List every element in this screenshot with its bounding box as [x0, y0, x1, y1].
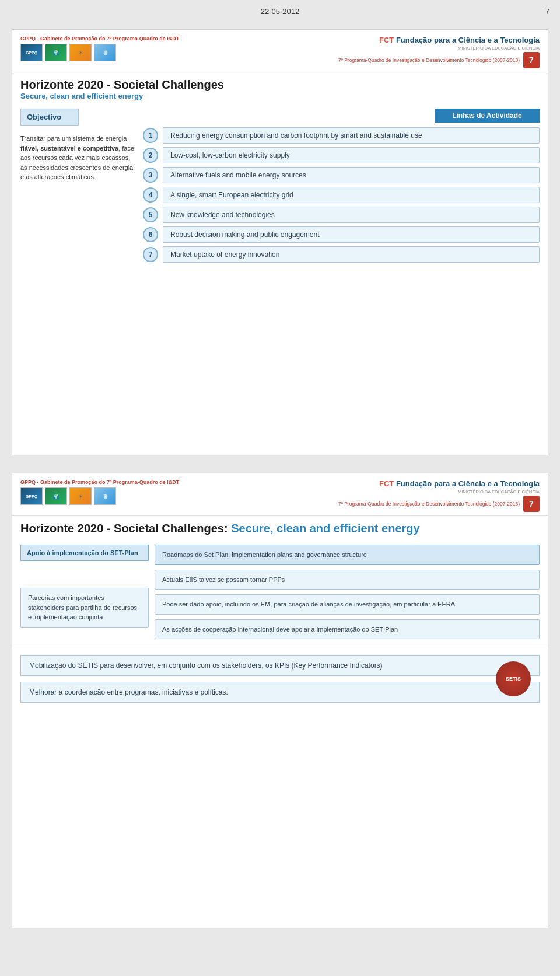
- slide2-fp7-text: 7º Programa-Quadro de Investigação e Des…: [338, 501, 520, 507]
- slide2-left-col: Apoio à implementação do SET-Plan Parcer…: [20, 545, 149, 639]
- slide2-header: GPPQ - Gabinete de Promoção do 7º Progra…: [12, 473, 548, 516]
- wind-logo: 💨: [94, 44, 116, 61]
- activity-label-1: Reducing energy consumption and carbon f…: [163, 127, 540, 144]
- activity-label-3: Alternative fuels and mobile energy sour…: [163, 167, 540, 183]
- fp7-text: 7º Programa-Quadro de Investigação e Des…: [338, 57, 520, 63]
- gppq-label: GPPQ - Gabinete de Promoção do 7º Progra…: [20, 36, 179, 41]
- slide1-left-col: Objectivo Transitar para um sistema de e…: [20, 109, 137, 266]
- activity-label-5: New knowledge and technologies: [163, 207, 540, 223]
- slide1-title-area: Horizonte 2020 - Societal Challenges Sec…: [12, 72, 548, 104]
- activity-row-5: 5 New knowledge and technologies: [143, 207, 540, 223]
- activity-num-2: 2: [143, 148, 158, 163]
- activity-label-7: Market uptake of energy innovation: [163, 246, 540, 263]
- earth-logo: 🌍: [45, 44, 67, 61]
- sun-logo: ☀: [69, 44, 92, 61]
- activity-num-5: 5: [143, 207, 158, 222]
- header-right: FCT Fundação para a Ciência e a Tecnolog…: [185, 36, 540, 68]
- slide2-sun-logo: ☀: [69, 487, 92, 505]
- objectivo-text: Transitar para um sistema de energia fiá…: [20, 134, 137, 182]
- slide2-header-right: FCT Fundação para a Ciência e a Tecnolog…: [185, 479, 540, 512]
- slide1-header: GPPQ - Gabinete de Promoção do 7º Progra…: [12, 30, 548, 72]
- slide2-fp7-number: 7: [523, 496, 540, 512]
- slide2-logo-images: GPPQ 🌍 ☀ 💨: [20, 487, 179, 505]
- slide2-earth-logo: 🌍: [45, 487, 67, 505]
- activity-row-7: 7 Market uptake of energy innovation: [143, 246, 540, 263]
- logo-images: GPPQ 🌍 ☀ 💨: [20, 44, 179, 61]
- apoio-box: Apoio à implementação do SET-Plan: [20, 545, 149, 561]
- slide1-right-col: Linhas de Actividade 1 Reducing energy c…: [143, 109, 540, 266]
- fct-logo: FCT Fundação para a Ciência e a Tecnolog…: [379, 36, 540, 44]
- slide2-right-col: Roadmaps do Set Plan, implementation pla…: [155, 545, 540, 639]
- activity-num-1: 1: [143, 128, 158, 143]
- melhorar-box: Melhorar a coordenação entre programas, …: [20, 682, 540, 703]
- activity-num-4: 4: [143, 187, 158, 203]
- slide-1: GPPQ - Gabinete de Promoção do 7º Progra…: [12, 29, 548, 455]
- accoes-box: As acções de cooperação internacional de…: [155, 619, 540, 640]
- pode-ser-box: Pode ser dado apoio, incluindo os EM, pa…: [155, 594, 540, 615]
- page-number: 7: [545, 7, 550, 16]
- activity-label-4: A single, smart European electricity gri…: [163, 187, 540, 203]
- parcerias-box: Parcerias com importantes stakeholders p…: [20, 588, 149, 628]
- activity-label-2: Low-cost, low-carbon electricity supply: [163, 147, 540, 163]
- slide2-header-left: GPPQ - Gabinete de Promoção do 7º Progra…: [20, 479, 179, 505]
- activity-row-2: 2 Low-cost, low-carbon electricity suppl…: [143, 147, 540, 163]
- setis-logo: SETIS: [496, 661, 531, 696]
- activity-num-7: 7: [143, 247, 158, 262]
- gppq-logo: GPPQ: [20, 44, 43, 61]
- slide2-gppq-logo: GPPQ: [20, 487, 43, 505]
- slide2-fct-logo: FCT Fundação para a Ciência e a Tecnolog…: [379, 479, 540, 488]
- activity-num-6: 6: [143, 227, 158, 242]
- slide1-subtitle: Secure, clean and efficient energy: [20, 92, 540, 100]
- actuais-box: Actuais EIIS talvez se possam tornar PPP…: [155, 570, 540, 590]
- header-left: GPPQ - Gabinete de Promoção do 7º Progra…: [20, 36, 179, 61]
- activity-row-4: 4 A single, smart European electricity g…: [143, 187, 540, 203]
- slide1-body: Objectivo Transitar para um sistema de e…: [12, 104, 548, 271]
- ministry-text: MINISTÉRIO DA EDUCAÇÃO E CIÊNCIA: [458, 46, 540, 51]
- linhas-header: Linhas de Actividade: [435, 109, 540, 123]
- slide-2: GPPQ - Gabinete de Promoção do 7º Progra…: [12, 473, 548, 928]
- roadmaps-box: Roadmaps do Set Plan, implementation pla…: [155, 545, 540, 565]
- activity-row-1: 1 Reducing energy consumption and carbon…: [143, 127, 540, 144]
- slide2-bottom: SETIS Mobilização do SETIS para desenvol…: [12, 649, 548, 709]
- activity-row-6: 6 Robust decision making and public enga…: [143, 226, 540, 243]
- slide2-body: Apoio à implementação do SET-Plan Parcer…: [12, 539, 548, 645]
- slide2-title-area: Horizonte 2020 - Societal Challenges: Se…: [12, 516, 548, 539]
- activity-row-3: 3 Alternative fuels and mobile energy so…: [143, 167, 540, 183]
- kpi-box: SETIS Mobilização do SETIS para desenvol…: [20, 655, 540, 676]
- slide2-gppq-label: GPPQ - Gabinete de Promoção do 7º Progra…: [20, 479, 179, 485]
- activity-num-3: 3: [143, 168, 158, 183]
- slide2-ministry-text: MINISTÉRIO DA EDUCAÇÃO E CIÊNCIA: [458, 489, 540, 494]
- fp7-number: 7: [523, 52, 540, 68]
- date-stamp: 22-05-2012: [261, 7, 300, 16]
- slide2-wind-logo: 💨: [94, 487, 116, 505]
- slide2-main-title: Horizonte 2020 - Societal Challenges: Se…: [20, 522, 540, 535]
- activity-label-6: Robust decision making and public engage…: [163, 226, 540, 243]
- objectivo-box: Objectivo: [20, 109, 79, 126]
- slide1-main-title: Horizonte 2020 - Societal Challenges: [20, 78, 540, 92]
